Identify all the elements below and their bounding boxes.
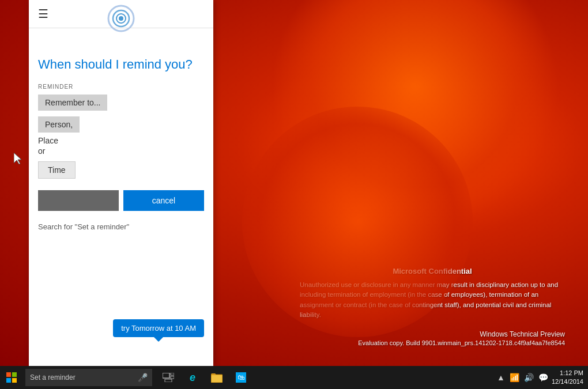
clock[interactable]: 1:12 PM 12/14/2014 [552,369,583,387]
buttons-row: cancel [38,190,204,211]
network-icon[interactable]: 📶 [510,373,519,382]
remind-button[interactable] [38,190,119,211]
time-chip[interactable]: Time [38,161,76,179]
svg-rect-12 [165,379,172,382]
svg-rect-7 [6,378,11,383]
taskbar: Set a reminder 🎤 e [0,366,588,389]
cortana-icon [107,5,135,32]
explorer-button[interactable] [205,366,228,389]
clock-date: 12/14/2014 [552,377,583,386]
taskbar-apps: e 🛍 [157,366,252,389]
windows-preview: Windows Technical Preview [480,330,565,338]
confidential-box: Microsoft Confidential Unauthorized use … [300,266,565,320]
cortana-topbar: ☰ [29,0,213,28]
svg-rect-13 [211,375,223,383]
volume-icon[interactable]: 🔊 [524,373,534,382]
svg-rect-9 [163,373,169,378]
or-text: or [38,146,204,156]
build-info: Evaluation copy. Build 9901.winmain_prs.… [358,339,565,346]
svg-rect-8 [12,378,17,383]
cortana-panel: ☰ When should I remind you? REMINDER Rem… [29,0,213,366]
sys-tray: ▲ 📶 🔊 💬 [497,373,548,382]
remind-title: When should I remind you? [38,57,204,72]
taskbar-search-box[interactable]: Set a reminder 🎤 [25,369,152,386]
svg-point-3 [119,16,123,21]
search-hint: Search for "Set a reminder" [38,222,204,231]
cortana-content: When should I remind you? REMINDER Remem… [29,28,213,366]
start-button[interactable] [0,366,23,389]
notification-icon[interactable]: 💬 [538,373,548,382]
svg-rect-10 [171,373,174,375]
mic-icon[interactable]: 🎤 [138,373,148,382]
confidential-body: Unauthorized use or disclosure in any ma… [300,280,565,320]
person-chip[interactable]: Person, [38,116,80,133]
taskview-button[interactable] [157,366,180,389]
ie-button[interactable]: e [181,366,204,389]
remember-chip[interactable]: Remember to... [38,95,107,111]
tray-expand-icon[interactable]: ▲ [497,373,505,382]
confidential-title: Microsoft Confidential [300,266,565,277]
svg-rect-11 [171,376,174,379]
svg-rect-5 [6,372,11,377]
clock-time: 1:12 PM [552,369,583,377]
svg-text:🛍: 🛍 [238,373,244,382]
search-box-text: Set a reminder [30,373,138,382]
suggestion-bubble[interactable]: try Tomorrow at 10 AM [113,319,204,337]
reminder-label: REMINDER [38,84,204,90]
hamburger-icon[interactable]: ☰ [38,7,48,21]
store-button[interactable]: 🛍 [229,366,252,389]
cancel-button[interactable]: cancel [123,190,204,211]
place-text: Place [38,136,204,145]
svg-rect-6 [12,372,17,377]
taskbar-right: ▲ 📶 🔊 💬 1:12 PM 12/14/2014 [497,369,588,387]
